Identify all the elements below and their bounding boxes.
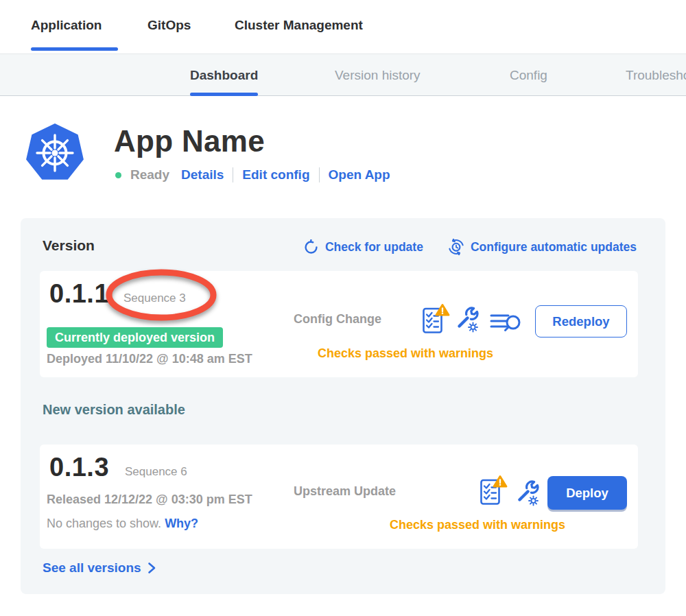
view-diff-icon[interactable] [490, 312, 521, 334]
app-status-row: Ready Details Edit config Open App [115, 166, 390, 184]
edit-config-link[interactable]: Edit config [242, 167, 309, 182]
preflight-checks-note: Checks passed with warnings [390, 518, 565, 532]
tab-version-history[interactable]: Version history [335, 54, 421, 96]
open-app-link[interactable]: Open App [329, 167, 390, 182]
configure-auto-updates-label: Configure automatic updates [471, 240, 637, 254]
top-nav-item-gitops[interactable]: GitOps [147, 0, 191, 51]
divider [233, 167, 233, 182]
available-version-sequence: Sequence 6 [125, 465, 187, 479]
preflight-checks-note: Checks passed with warnings [318, 346, 493, 361]
preflight-checks-icon[interactable] [421, 303, 450, 335]
version-panel-title: Version [43, 237, 95, 254]
current-version-sequence: Sequence 3 [123, 292, 186, 305]
why-link[interactable]: Why? [165, 517, 198, 530]
top-nav-item-cluster-management[interactable]: Cluster Management [235, 0, 363, 51]
refresh-icon [303, 239, 319, 255]
check-for-update-label: Check for update [325, 240, 423, 254]
current-version-number: 0.1.1 [49, 279, 109, 309]
available-version-source: Upstream Update [294, 484, 396, 499]
divider [319, 167, 320, 182]
admin-console-page: Application GitOps Cluster Management Da… [0, 0, 686, 616]
deployed-badge: Currently deployed version [47, 327, 223, 348]
chevron-right-icon [147, 562, 156, 574]
top-nav: Application GitOps Cluster Management [0, 0, 686, 54]
deployed-timestamp: Deployed 11/10/22 @ 10:48 am EST [47, 352, 252, 366]
no-changes-text: No changes to show. Why? [47, 517, 198, 531]
new-version-heading: New version available [43, 402, 185, 418]
auto-update-icon [448, 239, 464, 255]
page-title: App Name [114, 124, 265, 158]
preflight-checks-icon[interactable] [479, 475, 508, 506]
status-dot [115, 172, 121, 178]
app-sub-nav: Dashboard Version history Config Trouble… [0, 54, 686, 96]
version-panel-actions: Check for update Confi [303, 239, 637, 255]
configure-auto-updates-link[interactable]: Configure automatic updates [448, 239, 637, 255]
see-all-versions-label: See all versions [43, 560, 141, 576]
tab-config[interactable]: Config [510, 54, 547, 96]
current-version-card: 0.1.1 Sequence 3 Currently deployed vers… [40, 271, 638, 377]
no-changes-label: No changes to show. [47, 517, 161, 530]
details-link[interactable]: Details [181, 167, 224, 182]
tab-dashboard[interactable]: Dashboard [190, 54, 258, 96]
current-version-source: Config Change [294, 312, 381, 327]
deploy-button[interactable]: Deploy [547, 476, 627, 510]
check-for-update-link[interactable]: Check for update [303, 239, 423, 255]
available-version-number: 0.1.3 [49, 453, 109, 482]
status-text: Ready [130, 167, 169, 182]
version-panel: Version Check for update [21, 218, 665, 594]
kubernetes-logo [24, 122, 86, 187]
redeploy-button[interactable]: Redeploy [535, 305, 627, 337]
tab-troubleshoot[interactable]: Troubleshoot [626, 54, 686, 96]
see-all-versions-link[interactable]: See all versions [43, 560, 156, 576]
edit-config-icon[interactable] [513, 480, 539, 506]
top-nav-item-application[interactable]: Application [31, 0, 102, 51]
released-timestamp: Released 12/12/22 @ 03:30 pm EST [47, 493, 252, 507]
edit-config-icon[interactable] [453, 307, 479, 333]
available-version-card: 0.1.3 Sequence 6 Released 12/12/22 @ 03:… [40, 445, 638, 549]
